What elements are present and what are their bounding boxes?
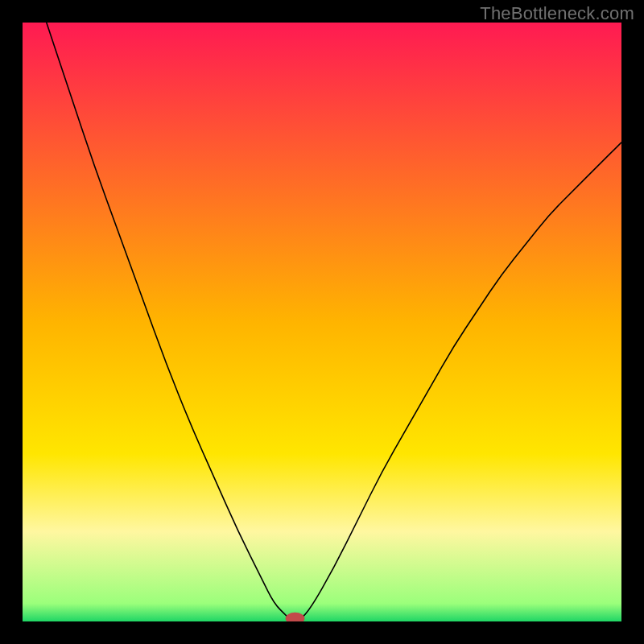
chart-svg [23, 23, 621, 621]
gradient-rect [23, 23, 621, 621]
attribution-watermark: TheBottleneck.com [480, 3, 634, 24]
plot-area [23, 23, 621, 621]
chart-frame: TheBottleneck.com [0, 0, 644, 644]
